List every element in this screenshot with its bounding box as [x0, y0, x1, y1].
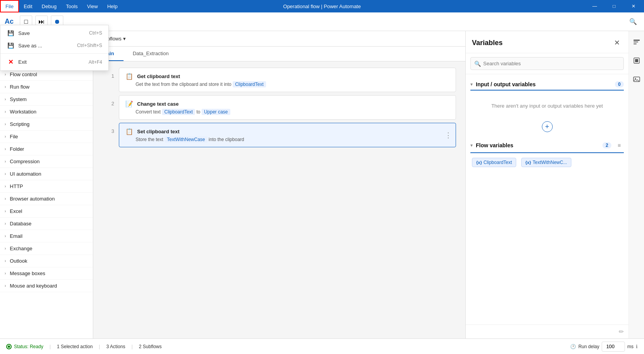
menu-file[interactable]: File	[0, 0, 19, 12]
sidebar-item-database[interactable]: › Database	[0, 218, 93, 230]
chevron-icon: ›	[5, 172, 6, 176]
upper-case-var: Upper case	[202, 109, 230, 115]
step-card-1[interactable]: 📋 Get clipboard text Get the text from t…	[119, 68, 456, 92]
sidebar-item-excel[interactable]: › Excel	[0, 205, 93, 218]
svg-rect-4	[635, 59, 638, 62]
input-output-count: 0	[615, 81, 624, 87]
text-new-case-var: TextWithNewCase	[165, 136, 207, 143]
sidebar-item-run-flow[interactable]: › Run flow	[0, 81, 93, 93]
save-icon: 💾	[7, 30, 14, 36]
save-as-menu-item[interactable]: 💾 Save as ... Ctrl+Shift+S	[0, 39, 108, 52]
status-ready: Status: Ready	[6, 344, 43, 349]
step-desc-2: Convert text ClipboardText to Upper case	[125, 109, 449, 115]
tab-data-extraction[interactable]: Data_Extraction	[124, 47, 178, 61]
flow-section-header[interactable]: ▾ Flow variables 2 ≡	[470, 138, 624, 153]
chevron-icon: ›	[5, 284, 6, 288]
variables-search-icon: 🔍	[474, 61, 481, 67]
sidebar-item-scripting[interactable]: › Scripting	[0, 118, 93, 131]
menu-debug[interactable]: Debug	[37, 0, 61, 12]
step-desc-3: Store the text TextWithNewCase into the …	[125, 137, 449, 142]
step-card-2[interactable]: 📝 Change text case Convert text Clipboar…	[119, 95, 456, 120]
step-header-2: 📝 Change text case	[125, 100, 449, 108]
chevron-icon: ›	[5, 159, 6, 164]
menu-view[interactable]: View	[82, 0, 103, 12]
chevron-icon: ›	[5, 122, 6, 126]
menu-bar: File Edit Debug Tools View Help	[0, 0, 122, 12]
sidebar-item-mouse-keyboard[interactable]: › Mouse and keyboard	[0, 280, 93, 292]
sidebar-item-system[interactable]: › System	[0, 93, 93, 106]
sidebar-item-http[interactable]: › HTTP	[0, 180, 93, 193]
chevron-icon: ›	[5, 134, 6, 139]
maximize-button[interactable]: □	[605, 0, 623, 12]
eraser-icon[interactable]: ✏	[619, 328, 624, 335]
sidebar-item-email[interactable]: › Email	[0, 230, 93, 242]
variables-icon[interactable]	[630, 36, 643, 48]
clipboard-var-2: ClipboardText	[162, 109, 195, 115]
sidebar-item-message-boxes[interactable]: › Message boxes	[0, 267, 93, 280]
file-dropdown-menu: 💾 Save Ctrl+S 💾 Save as ... Ctrl+Shift+S…	[0, 25, 109, 71]
run-delay-label: Run delay	[578, 344, 599, 349]
chevron-icon: ›	[5, 147, 6, 151]
step-card-3[interactable]: 📋 Set clipboard text Store the text Text…	[119, 123, 456, 147]
window-controls: — □ ✕	[586, 0, 644, 12]
save-menu-item[interactable]: 💾 Save Ctrl+S	[0, 27, 108, 39]
menu-tools[interactable]: Tools	[61, 0, 82, 12]
set-clipboard-icon: 📋	[125, 128, 133, 135]
step-icon: ⏭	[38, 18, 45, 25]
add-variable-button[interactable]: +	[542, 121, 553, 132]
sidebar-item-folder[interactable]: › Folder	[0, 143, 93, 155]
exit-label: Exit	[18, 59, 85, 65]
subflows-chevron: ▾	[123, 36, 126, 42]
flow-var-clipboard-text[interactable]: {x} ClipboardText	[472, 158, 516, 167]
menu-edit[interactable]: Edit	[19, 0, 37, 12]
sidebar-item-workstation[interactable]: › Workstation	[0, 106, 93, 118]
toolbar-search-button[interactable]: 🔍	[627, 16, 639, 28]
selected-action-text: 1 Selected action	[57, 344, 93, 349]
menu-help[interactable]: Help	[103, 0, 122, 12]
chevron-icon: ›	[5, 110, 6, 114]
sidebar-item-browser-automation[interactable]: › Browser automation	[0, 193, 93, 205]
variables-close-button[interactable]: ✕	[611, 37, 622, 48]
filter-button[interactable]: ≡	[614, 141, 624, 150]
svg-rect-2	[634, 44, 637, 44]
sidebar: › Variables › Conditionals › Loops › Flo…	[0, 31, 93, 338]
title-bar: File Edit Debug Tools View Help Operatio…	[0, 0, 644, 12]
chevron-icon: ›	[5, 85, 6, 89]
step-title-3: Set clipboard text	[137, 129, 179, 134]
sidebar-item-exchange[interactable]: › Exchange	[0, 242, 93, 255]
flow-var-text-with-new-case[interactable]: {x} TextWithNewC...	[521, 158, 571, 167]
variables-search-input[interactable]	[470, 57, 624, 70]
image-icon[interactable]	[630, 73, 643, 85]
info-icon: ℹ	[636, 344, 638, 349]
flow-canvas: 1 📋 Get clipboard text Get the text from…	[93, 61, 465, 338]
app-name-label: Ac	[5, 17, 14, 26]
sidebar-item-compression[interactable]: › Compression	[0, 155, 93, 168]
flow-variables-title: Flow variables	[476, 142, 599, 148]
chevron-icon: ›	[5, 97, 6, 101]
sidebar-list: › Variables › Conditionals › Loops › Flo…	[0, 31, 93, 338]
exit-menu-item[interactable]: ✕ Exit Alt+F4	[0, 55, 108, 69]
layers-icon[interactable]	[630, 54, 643, 67]
flow-step-3: 3 📋 Set clipboard text Store the text Te…	[103, 123, 456, 147]
sidebar-item-file[interactable]: › File	[0, 131, 93, 143]
run-delay-input[interactable]	[602, 342, 625, 352]
var-brace-1: {x}	[476, 160, 482, 165]
minimize-button[interactable]: —	[586, 0, 604, 12]
stop-icon: □	[24, 18, 28, 25]
save-label: Save	[18, 30, 85, 36]
sidebar-item-ui-automation[interactable]: › UI automation	[0, 168, 93, 180]
chevron-icon: ›	[5, 246, 6, 251]
chevron-icon: ›	[5, 184, 6, 188]
variables-body: ▾ Input / output variables 0 There aren'…	[466, 74, 628, 324]
content-area: Subflows ▾ Main Data_Extraction 1 📋 Get …	[93, 31, 465, 338]
subflows-count-text: 2 Subflows	[139, 344, 162, 349]
input-output-section-header[interactable]: ▾ Input / output variables 0	[470, 79, 624, 91]
sidebar-item-outlook[interactable]: › Outlook	[0, 255, 93, 267]
chevron-icon: ›	[5, 221, 6, 226]
variables-header: Variables ✕	[466, 31, 628, 53]
close-button[interactable]: ✕	[625, 0, 642, 12]
search-icon: 🔍	[629, 18, 637, 25]
chevron-icon: ›	[5, 72, 6, 77]
step-more-button[interactable]: ⋮	[445, 131, 452, 140]
chevron-icon: ›	[5, 209, 6, 213]
